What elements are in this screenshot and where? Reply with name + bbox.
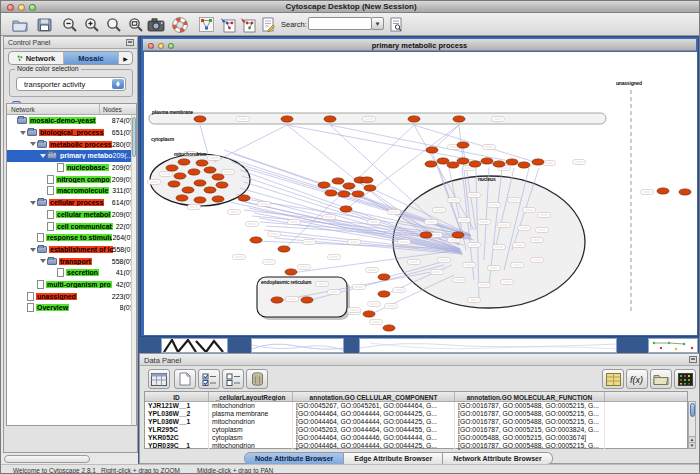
table-row[interactable]: YKR052Ccytoplasm[GO:0044464, GO:0044446,…	[145, 434, 687, 442]
zoom-fit-icon[interactable]	[127, 16, 145, 33]
table-scrollbar[interactable]: ▲ ▼	[688, 401, 696, 449]
tab-network-label: Network	[26, 54, 56, 63]
tree-row[interactable]: macromolecule311(0)	[7, 185, 136, 197]
expand-arrow-icon[interactable]	[40, 220, 47, 232]
float-panel-icon[interactable]	[126, 39, 134, 46]
node-color-dropdown[interactable]: transporter activity	[16, 77, 126, 91]
tree-scrollbar[interactable]	[131, 115, 136, 425]
background-window-fragment[interactable]	[359, 338, 617, 353]
tab-network[interactable]: Network	[9, 52, 64, 64]
expand-arrow-icon[interactable]	[10, 115, 17, 127]
cytoscape-window: Cytoscape Desktop (New Session) Search:	[0, 0, 700, 474]
tree-row[interactable]: primary metabo209(...	[7, 150, 136, 162]
tree-row-label: biological_process	[39, 129, 104, 136]
table-cell: cytoplasm	[209, 434, 293, 442]
float-data-panel-icon[interactable]	[689, 356, 697, 363]
expand-arrow-icon[interactable]	[20, 302, 27, 314]
unselect-all-attributes-icon[interactable]	[222, 369, 244, 389]
tree-row[interactable]: multi-organism pro42(0)	[7, 279, 136, 291]
expand-arrow-icon[interactable]	[20, 290, 27, 302]
tree-row[interactable]: secretion41(0)	[7, 267, 136, 279]
table-column-header[interactable]: ID	[145, 392, 209, 401]
file-icon	[37, 233, 44, 242]
help-lifesaver-icon[interactable]	[171, 16, 189, 33]
create-attribute-icon[interactable]	[174, 369, 196, 389]
tab-mosaic[interactable]: Mosaic	[64, 52, 119, 64]
tree-row[interactable]: biological_process651(0)	[7, 127, 136, 139]
expand-arrow-icon[interactable]	[20, 127, 27, 139]
search-dropdown-arrow-icon[interactable]: ▾	[371, 17, 384, 30]
table-row[interactable]: YLR295Ccytoplasm[GO:0045263, GO:0044464,…	[145, 426, 687, 434]
expand-arrow-icon[interactable]	[40, 255, 47, 267]
tabs-overflow-button[interactable]: ▶	[119, 52, 132, 64]
create-network-icon[interactable]	[239, 16, 257, 33]
expand-arrow-icon[interactable]	[40, 185, 47, 197]
tree-row[interactable]: transport558(0)	[7, 255, 136, 267]
table-column-header[interactable]: annotation.GO MOLECULAR_FUNCTION	[455, 392, 605, 401]
vizmapper-icon[interactable]	[197, 16, 215, 33]
tree-row[interactable]: response to stimulu264(0)	[7, 232, 136, 244]
zoom-in-icon[interactable]	[83, 16, 101, 33]
tree-indent	[7, 179, 40, 180]
table-row-filler	[605, 402, 687, 410]
tree-row[interactable]: nucleobase-209(0)	[7, 162, 136, 174]
table-scrollbar-thumb[interactable]	[690, 403, 695, 417]
zoom-selected-icon[interactable]	[105, 16, 123, 33]
search-index-icon[interactable]	[387, 16, 405, 33]
window-titlebar[interactable]: Cytoscape Desktop (New Session)	[1, 1, 700, 13]
tree-row[interactable]: unassigned223(0)	[7, 290, 136, 302]
tree-scrollbar-thumb[interactable]	[132, 117, 136, 157]
expand-arrow-icon[interactable]	[50, 162, 57, 174]
expand-arrow-icon[interactable]	[30, 244, 37, 256]
table-column-header[interactable]: annotation.GO CELLULAR_COMPONENT	[293, 392, 455, 401]
tree-row[interactable]: cell communicat22(0)	[7, 220, 136, 232]
scroll-down-arrow-icon[interactable]: ▼	[689, 442, 695, 448]
table-row[interactable]: YDR039C__1mitochondrion[GO:0044464, GO:0…	[145, 442, 687, 450]
matrix-view-icon[interactable]	[674, 369, 696, 389]
tree-row[interactable]: mosaic-demo-yeast874(0)	[7, 115, 136, 127]
network-window-titlebar[interactable]: primary metabolic process	[143, 39, 696, 51]
zoom-out-icon[interactable]	[61, 16, 79, 33]
background-window-fragment[interactable]	[161, 338, 228, 353]
tree-row[interactable]: cellular metabol209(0)	[7, 209, 136, 221]
annotation-icon[interactable]	[259, 16, 277, 33]
table-cell: [GO:0016787, GO:0005215, GO:0003824, G..…	[455, 426, 605, 434]
tree-row[interactable]: nitrogen compo209(0)	[7, 173, 136, 185]
tree-row[interactable]: establishment of lo558(0)	[7, 244, 136, 256]
expand-arrow-icon[interactable]	[30, 279, 37, 291]
import-attributes-icon[interactable]	[650, 369, 672, 389]
expand-arrow-icon[interactable]	[30, 197, 37, 209]
table-cell: [GO:0005488, GO:0005215, GO:0003674]	[455, 434, 605, 442]
expand-arrow-icon[interactable]	[40, 150, 47, 162]
expand-arrow-icon[interactable]	[40, 209, 47, 221]
tree-row[interactable]: Overview8(0)	[7, 302, 136, 314]
table-column-header[interactable]: _cellularLayoutRegion	[209, 392, 293, 401]
expand-arrow-icon[interactable]	[40, 173, 47, 185]
file-icon	[27, 292, 34, 301]
table-row[interactable]: YJR121W__1mitochondrion[GO:0045267, GO:0…	[145, 402, 687, 410]
snapshot-camera-icon[interactable]	[147, 16, 165, 33]
network-canvas[interactable]: plasma membrane cytoplasm mitochondrion …	[144, 52, 697, 335]
table-row[interactable]: YPL036W__1mitochondrion[GO:0044464, GO:0…	[145, 418, 687, 426]
memory-gauge[interactable]	[4, 455, 90, 463]
background-window-fragment[interactable]	[251, 338, 344, 353]
table-row[interactable]: YPL036W__2plasma membrane[GO:0044464, GO…	[145, 410, 687, 418]
tree-row[interactable]: metabolic process280(0)	[7, 138, 136, 150]
delete-attribute-icon[interactable]	[246, 369, 268, 389]
file-icon	[57, 163, 64, 172]
function-builder-icon[interactable]: f(x)	[626, 369, 648, 389]
table-row-filler	[605, 442, 687, 450]
open-session-icon[interactable]	[11, 16, 29, 33]
folder-icon	[47, 258, 57, 265]
expand-arrow-icon[interactable]	[50, 267, 57, 279]
background-window-fragment[interactable]	[648, 338, 698, 353]
expand-arrow-icon[interactable]	[30, 138, 37, 150]
search-input[interactable]: ▾	[308, 17, 372, 30]
import-network-icon[interactable]	[219, 16, 237, 33]
expand-arrow-icon[interactable]	[30, 232, 37, 244]
show-attributes-icon[interactable]	[148, 369, 170, 389]
tree-row[interactable]: cellular process614(0)	[7, 197, 136, 209]
select-all-attributes-icon[interactable]	[198, 369, 220, 389]
attribute-batch-icon[interactable]	[602, 369, 624, 389]
save-session-icon[interactable]	[35, 16, 53, 33]
